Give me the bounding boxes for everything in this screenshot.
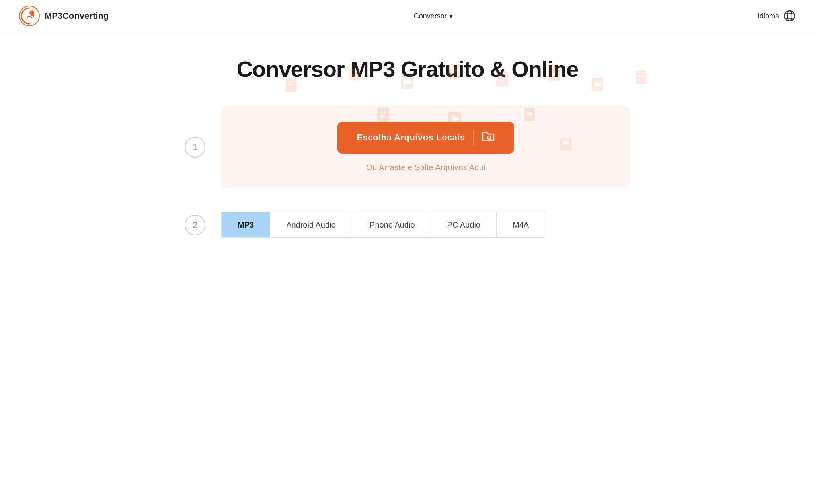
svg-marker-26 bbox=[595, 82, 602, 87]
choose-files-label: Escolha Arquivos Locais bbox=[357, 132, 465, 143]
tab-mp3[interactable]: MP3 bbox=[222, 212, 270, 237]
header: MP3Converting Conversor ▾ Idioma bbox=[0, 0, 815, 32]
step-2-badge: 2 bbox=[185, 215, 205, 235]
upload-section: 1 Escolha Arquivos Locais Ou Arraste e S… bbox=[185, 106, 630, 188]
logo-area: MP3Converting bbox=[19, 6, 109, 26]
step-1-badge: 1 bbox=[185, 137, 205, 158]
tab-android-audio[interactable]: Android Audio bbox=[270, 212, 352, 237]
float-icon-8 bbox=[634, 68, 646, 86]
tab-m4a[interactable]: M4A bbox=[497, 212, 545, 237]
logo-text: MP3Converting bbox=[45, 11, 109, 21]
main-content: Conversor MP3 Gratuito & Online 1 Escolh… bbox=[169, 32, 646, 262]
svg-rect-27 bbox=[636, 70, 646, 84]
svg-rect-29 bbox=[638, 76, 643, 77]
logo-icon bbox=[19, 6, 40, 26]
choose-files-button[interactable]: Escolha Arquivos Locais bbox=[337, 122, 514, 154]
button-divider bbox=[473, 130, 474, 145]
language-switcher[interactable]: Idioma bbox=[758, 10, 796, 22]
folder-search-icon bbox=[482, 131, 495, 145]
language-label: Idioma bbox=[758, 12, 779, 20]
upload-dropzone[interactable]: Escolha Arquivos Locais Ou Arraste e Sol… bbox=[221, 106, 630, 188]
globe-icon bbox=[783, 10, 796, 22]
main-nav[interactable]: Conversor ▾ bbox=[414, 12, 453, 20]
tab-pc-audio[interactable]: PC Audio bbox=[431, 212, 497, 237]
nav-conversor-label: Conversor bbox=[414, 12, 447, 20]
drag-drop-text: Ou Arraste e Solte Arquivos Aqui bbox=[366, 163, 485, 172]
hero-title: Conversor MP3 Gratuito & Online bbox=[185, 56, 630, 82]
tab-iphone-audio[interactable]: iPhone Audio bbox=[352, 212, 431, 237]
format-section: 2 MP3 Android Audio iPhone Audio PC Audi… bbox=[185, 212, 630, 238]
nav-chevron-icon: ▾ bbox=[449, 12, 453, 20]
format-tabs: MP3 Android Audio iPhone Audio PC Audio … bbox=[221, 212, 545, 238]
svg-rect-9 bbox=[288, 84, 293, 85]
svg-rect-28 bbox=[638, 74, 645, 74]
